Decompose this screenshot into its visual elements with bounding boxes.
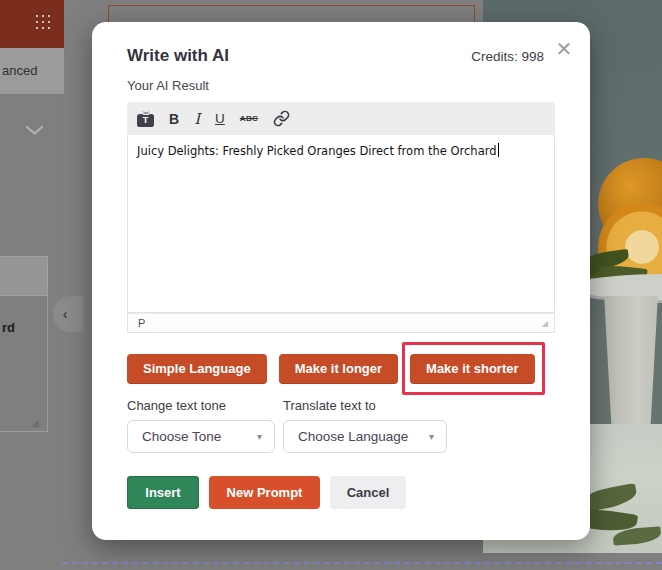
- italic-icon[interactable]: I: [194, 110, 200, 128]
- modal-title: Write with AI: [127, 46, 229, 66]
- ai-result-text: Juicy Delights: Freshly Picked Oranges D…: [137, 144, 497, 158]
- paste-icon-letter: T: [143, 115, 149, 125]
- translate-label: Translate text to: [283, 398, 376, 413]
- panel-field: [0, 256, 48, 296]
- panel-collapse-handle: ‹: [53, 296, 83, 332]
- paste-icon[interactable]: T: [137, 114, 154, 127]
- section-boundary-dashed: [62, 562, 662, 564]
- panel-divider: [0, 431, 47, 432]
- strikethrough-icon[interactable]: ABC: [240, 114, 258, 123]
- editor-content[interactable]: Juicy Delights: Freshly Picked Oranges D…: [127, 135, 555, 313]
- chevron-left-icon: ‹: [63, 306, 68, 322]
- paragraph-path-label: P: [138, 317, 145, 329]
- chevron-down-icon: ▾: [429, 431, 434, 442]
- cake-stand-pedestal: [599, 296, 662, 432]
- modal-footer: Insert New Prompt Cancel: [127, 476, 406, 509]
- panel-text-fragment: rd: [2, 320, 15, 335]
- choose-language-value: Choose Language: [298, 429, 408, 444]
- panel-divider: [47, 296, 48, 432]
- bold-icon[interactable]: B: [169, 111, 179, 127]
- write-with-ai-modal: Write with AI Credits: 998 ✕ Your AI Res…: [92, 22, 590, 540]
- panel-resize-icon: ◢: [31, 417, 39, 428]
- screen: anced rd ◢ ‹ Write with AI Credits: 998 …: [0, 0, 662, 570]
- link-icon[interactable]: [273, 110, 290, 127]
- advanced-tab: anced: [0, 48, 64, 94]
- cancel-button[interactable]: Cancel: [330, 476, 406, 509]
- highlight-annotation-box: [402, 342, 545, 395]
- insert-button[interactable]: Insert: [127, 476, 199, 509]
- choose-tone-value: Choose Tone: [142, 429, 221, 444]
- text-cursor: [498, 143, 500, 157]
- editor-statusbar: P ◢: [127, 313, 555, 333]
- editor-toolbar: T B I U ABC: [127, 102, 555, 135]
- new-prompt-button[interactable]: New Prompt: [209, 476, 320, 509]
- chevron-down-icon: ▾: [257, 431, 262, 442]
- result-label: Your AI Result: [127, 78, 209, 93]
- choose-tone-dropdown[interactable]: Choose Tone ▾: [127, 420, 275, 453]
- close-icon[interactable]: ✕: [553, 38, 575, 60]
- choose-language-dropdown[interactable]: Choose Language ▾: [283, 420, 447, 453]
- chevron-down-icon: [25, 125, 44, 136]
- simple-language-button[interactable]: Simple Language: [127, 354, 267, 384]
- resize-handle-icon[interactable]: ◢: [542, 319, 548, 328]
- ai-result-editor: T B I U ABC Juicy Delights: Freshly Pick…: [127, 102, 555, 333]
- tone-label: Change text tone: [127, 398, 226, 413]
- credits-counter: Credits: 998: [471, 49, 544, 64]
- builder-header-bar: [0, 0, 64, 48]
- apps-grid-icon: [33, 12, 50, 29]
- make-it-longer-button[interactable]: Make it longer: [279, 354, 398, 384]
- underline-icon[interactable]: U: [215, 111, 225, 126]
- advanced-tab-label: anced: [2, 63, 37, 78]
